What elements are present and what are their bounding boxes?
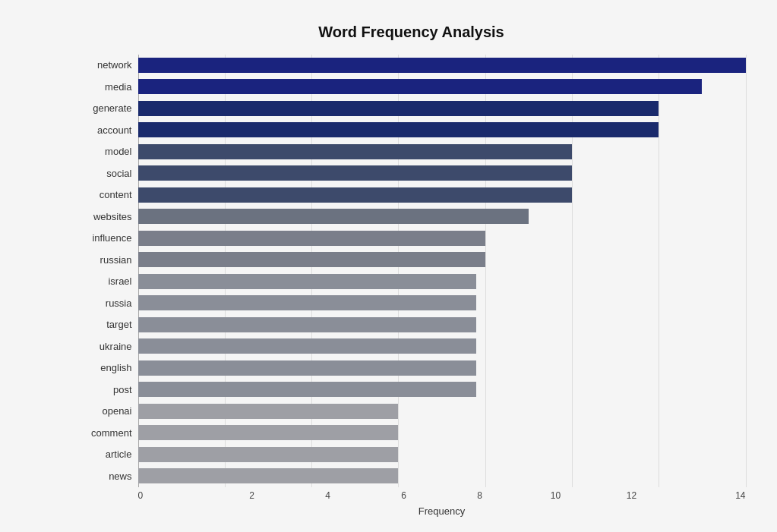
bar-rect (138, 338, 477, 354)
x-tick: 0 (138, 490, 214, 501)
labels-column: networkmediagenerateaccountmodelsocialco… (77, 55, 138, 487)
bar-label: article (77, 445, 138, 464)
bar-item (138, 424, 746, 441)
bar-item (138, 273, 746, 290)
bar-label: websites (77, 207, 138, 225)
bar-rect (138, 295, 477, 310)
grid-line (746, 55, 747, 487)
bar-item (138, 467, 746, 484)
bar-rect (138, 122, 659, 137)
bar-rect (138, 317, 477, 332)
bar-rect (138, 382, 477, 397)
x-tick: 12 (594, 490, 670, 501)
x-tick: 10 (518, 490, 594, 501)
bar-item (138, 165, 746, 181)
bar-item (138, 143, 746, 160)
bar-rect (138, 101, 659, 116)
bar-label: openai (77, 402, 138, 420)
bar-rect (138, 79, 703, 94)
bar-label: content (77, 186, 138, 204)
bar-rect (138, 447, 399, 462)
bar-item (138, 251, 746, 268)
bar-rect (138, 360, 477, 376)
bar-label: model (77, 143, 138, 161)
bar-label: account (77, 121, 138, 139)
bar-item (138, 338, 746, 354)
bar-label: social (77, 164, 138, 182)
bar-rect (138, 425, 399, 440)
bar-rect (138, 144, 572, 159)
bar-item (138, 100, 746, 117)
bar-item (138, 121, 746, 138)
bar-label: influence (77, 229, 138, 247)
bar-label: generate (77, 99, 138, 118)
bar-rect (138, 252, 485, 267)
bar-rect (138, 209, 529, 224)
bar-item (138, 230, 746, 247)
chart-title: Word Frequency Analysis (77, 24, 746, 41)
bar-rect (138, 274, 477, 289)
bar-item (138, 316, 746, 333)
x-axis: 02468101214 Frequency (138, 490, 746, 517)
bar-item (138, 208, 746, 225)
bar-label: target (77, 316, 138, 334)
bar-label: news (77, 467, 138, 485)
bar-item (138, 57, 746, 74)
bar-rect (138, 58, 746, 73)
x-tick: 6 (366, 490, 442, 501)
bar-label: comment (77, 423, 138, 442)
x-tick: 8 (442, 490, 518, 501)
bar-label: russia (77, 294, 138, 312)
bar-item (138, 78, 746, 95)
bar-item (138, 381, 746, 398)
bar-item (138, 403, 746, 420)
bar-item (138, 360, 746, 376)
bar-label: russian (77, 250, 138, 269)
bar-rect (138, 187, 572, 203)
x-tick: 4 (290, 490, 366, 501)
bar-rect (138, 468, 399, 483)
bar-item (138, 446, 746, 463)
bar-rect (138, 165, 572, 181)
bar-label: english (77, 359, 138, 377)
x-tick: 2 (214, 490, 290, 501)
chart-container: Word Frequency Analysis networkmediagene… (9, 8, 769, 524)
bar-label: ukraine (77, 337, 138, 355)
bar-label: network (77, 56, 138, 74)
bar-item (138, 187, 746, 203)
bar-item (138, 294, 746, 311)
bars-column (138, 55, 746, 487)
bar-label: media (77, 77, 138, 96)
bar-label: israel (77, 272, 138, 291)
bar-label: post (77, 380, 138, 398)
x-axis-label: Frequency (138, 505, 746, 517)
bar-rect (138, 231, 485, 246)
bar-rect (138, 404, 399, 419)
x-tick: 14 (670, 490, 746, 501)
